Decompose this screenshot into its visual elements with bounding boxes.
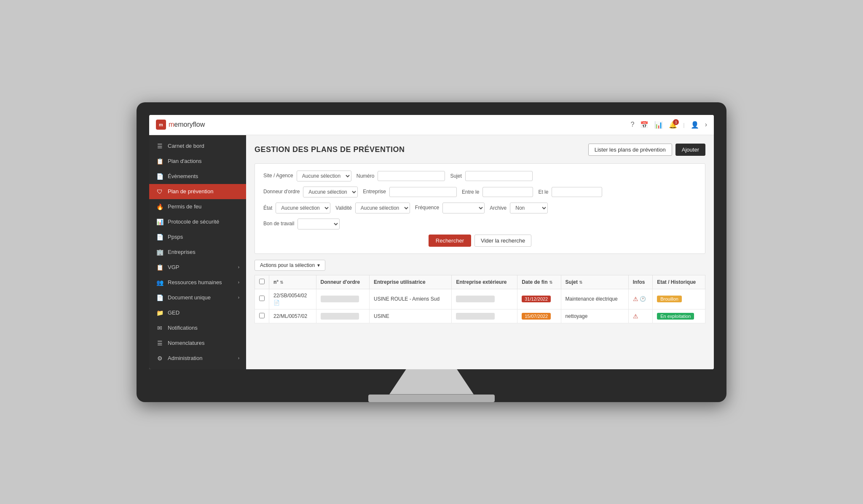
- stats-icon[interactable]: 📊: [654, 121, 663, 129]
- sidebar-item-plan-actions[interactable]: 📋 Plan d'actions: [149, 154, 246, 169]
- site-select[interactable]: Aucune sélection: [297, 171, 351, 181]
- administration-icon: ⚙: [156, 355, 163, 362]
- filter-group-validite: Validité Aucune sélection: [335, 203, 410, 213]
- etat-label: État: [263, 205, 272, 211]
- sidebar-item-entreprises[interactable]: 🏢 Entreprises: [149, 245, 246, 260]
- plan-prevention-icon: 🛡: [156, 188, 163, 195]
- sidebar-label-ged: GED: [168, 309, 180, 316]
- site-label: Site / Agence: [263, 173, 293, 179]
- vgp-icon: 📋: [156, 264, 163, 271]
- col-sujet-label: Sujet: [566, 279, 578, 285]
- row1-pdf-icon[interactable]: 📄: [273, 300, 280, 306]
- col-donneur-label: Donneur d'ordre: [321, 279, 360, 285]
- sidebar-item-ppsps[interactable]: 📄 Ppsps: [149, 229, 246, 245]
- monitor-base: [368, 395, 495, 402]
- permis-feu-icon: 🔥: [156, 203, 163, 210]
- filter-row-2: Donneur d'ordre Aucune sélection Entrepr…: [263, 187, 697, 197]
- select-all-checkbox[interactable]: [259, 279, 265, 284]
- sidebar-item-rh[interactable]: 👥 Ressources humaines ›: [149, 275, 246, 290]
- row1-checkbox-cell: [255, 289, 269, 309]
- ged-icon: 📁: [156, 309, 163, 316]
- filter-row-1: Site / Agence Aucune sélection Numéro Su…: [263, 171, 697, 181]
- list-button[interactable]: Lister les plans de prévention: [588, 144, 672, 156]
- sidebar-label-administration: Administration: [168, 355, 202, 361]
- plan-actions-icon: 📋: [156, 158, 163, 165]
- actions-dropdown[interactable]: Actions pour la sélection ▾: [255, 260, 325, 271]
- etat-select[interactable]: Aucune sélection: [276, 203, 330, 213]
- col-etat-label: Etat / Historique: [657, 279, 696, 285]
- filter-group-numero: Numéro: [356, 171, 445, 181]
- sidebar-item-carnet[interactable]: ☰ Carnet de bord: [149, 139, 246, 154]
- sidebar-label-carnet: Carnet de bord: [168, 143, 204, 149]
- sidebar-item-document-unique[interactable]: 📄 Document unique ›: [149, 290, 246, 305]
- row1-donneur-blur: ████: [321, 296, 359, 302]
- notification-icon[interactable]: 🔔 1: [669, 121, 677, 129]
- filter-group-archive: Archive Non Oui: [490, 203, 548, 213]
- row1-checkbox[interactable]: [259, 296, 265, 301]
- evenements-icon: 📄: [156, 173, 163, 180]
- sidebar-item-protocole[interactable]: 📊 Protocole de sécurité: [149, 214, 246, 229]
- topbar: m memoryflow ? 📅 📊 🔔 1 | 👤 ›: [149, 115, 714, 135]
- bon-travail-select[interactable]: [297, 219, 340, 229]
- rh-icon: 👥: [156, 279, 163, 286]
- row1-donneur: ████: [316, 289, 369, 309]
- row2-donneur: ████: [316, 309, 369, 323]
- filter-group-bon-travail: Bon de travail: [263, 219, 340, 229]
- user-icon[interactable]: 👤: [691, 121, 699, 129]
- row2-checkbox[interactable]: [259, 313, 265, 318]
- sidebar-item-administration[interactable]: ⚙ Administration ›: [149, 351, 246, 366]
- row1-sujet: Maintenance électrique: [561, 289, 628, 309]
- filter-group-frequence: Fréquence: [415, 203, 485, 213]
- sidebar: ☰ Carnet de bord 📋 Plan d'actions 📄 Évèn…: [149, 135, 246, 369]
- dropdown-arrow-icon: ▾: [317, 262, 320, 268]
- search-button[interactable]: Rechercher: [429, 235, 471, 247]
- sujet-input[interactable]: [465, 171, 533, 181]
- filter-buttons: Rechercher Vider la recherche: [263, 235, 697, 247]
- sidebar-item-ged[interactable]: 📁 GED: [149, 305, 246, 320]
- row2-donneur-blur: ████: [321, 313, 359, 320]
- filter-group-et-le: Et le: [538, 187, 602, 197]
- table-row: 22/SB/0054/02 📄 ████ USINE ROULE - Amien…: [255, 289, 705, 309]
- col-header-num[interactable]: n° ⇅: [269, 275, 316, 289]
- row2-ee-blur: ████: [456, 313, 494, 320]
- filter-row-3: État Aucune sélection Validité Aucune sé…: [263, 203, 697, 213]
- filter-group-entreprise: Entreprise: [363, 187, 457, 197]
- entreprise-input[interactable]: [389, 187, 457, 197]
- clear-button[interactable]: Vider la recherche: [474, 235, 531, 247]
- nomenclatures-icon: ☰: [156, 340, 163, 347]
- sidebar-label-vgp: VGP: [168, 264, 179, 270]
- row1-status-badge: Brouillon: [657, 296, 682, 302]
- col-header-etat: Etat / Historique: [653, 275, 705, 289]
- validite-label: Validité: [335, 205, 351, 211]
- et-le-input[interactable]: [552, 187, 602, 197]
- table-row: 22/ML/0057/02 ████ USINE ████ 15/07/2022: [255, 309, 705, 323]
- filter-panel: Site / Agence Aucune sélection Numéro Su…: [255, 163, 705, 254]
- row1-warning-icon: ⚠: [633, 296, 638, 302]
- sidebar-item-nomenclatures[interactable]: ☰ Nomenclatures: [149, 336, 246, 351]
- col-header-date-fin[interactable]: Date de fin ⇅: [517, 275, 561, 289]
- archive-label: Archive: [490, 205, 507, 211]
- sidebar-label-entreprises: Entreprises: [168, 249, 196, 255]
- chevron-right-icon[interactable]: ›: [705, 121, 707, 128]
- calendar-icon[interactable]: 📅: [640, 121, 649, 129]
- numero-input[interactable]: [378, 171, 445, 181]
- sidebar-label-ppsps: Ppsps: [168, 234, 183, 240]
- sidebar-item-vgp[interactable]: 📋 VGP ›: [149, 260, 246, 275]
- sidebar-item-notifications[interactable]: ✉ Notifications: [149, 320, 246, 336]
- administration-arrow: ›: [238, 356, 239, 360]
- sidebar-item-plan-prevention[interactable]: 🛡 Plan de prévention: [149, 184, 246, 199]
- sidebar-item-permis-feu[interactable]: 🔥 Permis de feu: [149, 199, 246, 214]
- help-icon[interactable]: ?: [630, 121, 634, 128]
- frequence-select[interactable]: [442, 203, 485, 213]
- row2-eu: USINE: [370, 309, 452, 323]
- row2-status-badge: En exploitation: [657, 313, 694, 320]
- sidebar-item-evenements[interactable]: 📄 Évènements: [149, 169, 246, 184]
- col-header-sujet[interactable]: Sujet ⇅: [561, 275, 628, 289]
- notifications-icon: ✉: [156, 325, 163, 331]
- entre-le-input[interactable]: [482, 187, 533, 197]
- validite-select[interactable]: Aucune sélection: [355, 203, 410, 213]
- donneur-select[interactable]: Aucune sélection: [303, 187, 358, 197]
- archive-select[interactable]: Non Oui: [510, 203, 548, 213]
- add-button[interactable]: Ajouter: [675, 144, 705, 156]
- row2-warning-icon: ⚠: [633, 313, 638, 320]
